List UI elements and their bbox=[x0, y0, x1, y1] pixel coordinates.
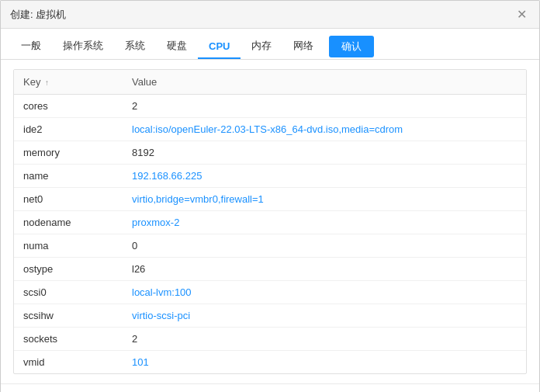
dialog-title: 创建: 虚拟机 bbox=[10, 8, 66, 22]
table-cell-value: 2 bbox=[123, 95, 526, 118]
tab-os[interactable]: 操作系统 bbox=[52, 33, 114, 60]
table-cell-value: 8192 bbox=[123, 141, 526, 165]
table-cell-key: numa bbox=[14, 234, 123, 258]
value-link[interactable]: 101 bbox=[132, 356, 149, 368]
value-link[interactable]: virtio,bridge=vmbr0,firewall=1 bbox=[132, 193, 264, 205]
title-bar: 创建: 虚拟机 ✕ bbox=[1, 1, 539, 29]
tab-confirm[interactable]: 确认 bbox=[329, 36, 374, 57]
table-cell-value[interactable]: virtio-scsi-pci bbox=[123, 304, 526, 328]
table-cell-value[interactable]: virtio,bridge=vmbr0,firewall=1 bbox=[123, 188, 526, 211]
table-row: memory8192 bbox=[14, 141, 526, 165]
table-cell-value[interactable]: local-lvm:100 bbox=[123, 281, 526, 304]
table-cell-value: 2 bbox=[123, 328, 526, 351]
table-cell-key: sockets bbox=[14, 328, 123, 351]
table-cell-key: nodename bbox=[14, 211, 123, 234]
value-link[interactable]: 192.168.66.225 bbox=[132, 170, 202, 182]
sort-icon: ↑ bbox=[45, 78, 49, 87]
table-row: numa0 bbox=[14, 234, 526, 258]
table-cell-value: l26 bbox=[123, 258, 526, 281]
table-row: sockets2 bbox=[14, 328, 526, 351]
tabs-bar: 一般 操作系统 系统 硬盘 CPU 内存 网络 确认 bbox=[1, 29, 539, 60]
table-row: ide2local:iso/openEuler-22.03-LTS-x86_64… bbox=[14, 118, 526, 141]
table-row: ostypel26 bbox=[14, 258, 526, 281]
close-button[interactable]: ✕ bbox=[514, 7, 530, 23]
table-cell-key: name bbox=[14, 165, 123, 188]
table-row: cores2 bbox=[14, 95, 526, 118]
table-cell-key: scsi0 bbox=[14, 281, 123, 304]
table-cell-key: ide2 bbox=[14, 118, 123, 141]
tab-system[interactable]: 系统 bbox=[114, 33, 156, 60]
tab-general[interactable]: 一般 bbox=[10, 33, 52, 60]
content-area: Key ↑ Value cores2ide2local:iso/openEule… bbox=[1, 60, 539, 383]
value-link[interactable]: virtio-scsi-pci bbox=[132, 310, 190, 321]
table-cell-key: ostype bbox=[14, 258, 123, 281]
table-cell-value[interactable]: local:iso/openEuler-22.03-LTS-x86_64-dvd… bbox=[123, 118, 526, 141]
table-cell-key: memory bbox=[14, 141, 123, 165]
value-link[interactable]: local-lvm:100 bbox=[132, 286, 192, 298]
table-row: net0virtio,bridge=vmbr0,firewall=1 bbox=[14, 188, 526, 211]
value-link[interactable]: local:iso/openEuler-22.03-LTS-x86_64-dvd… bbox=[132, 123, 403, 135]
tab-memory[interactable]: 内存 bbox=[241, 33, 282, 60]
table-cell-value[interactable]: 192.168.66.225 bbox=[123, 165, 526, 188]
table-cell-key: cores bbox=[14, 95, 123, 118]
table-cell-value: 0 bbox=[123, 234, 526, 258]
col-header-value: Value bbox=[123, 70, 526, 95]
config-table: Key ↑ Value cores2ide2local:iso/openEule… bbox=[14, 70, 526, 373]
table-row: name192.168.66.225 bbox=[14, 165, 526, 188]
col-header-key: Key ↑ bbox=[14, 70, 123, 95]
dialog-window: 创建: 虚拟机 ✕ 一般 操作系统 系统 硬盘 CPU 内存 网络 确认 Key… bbox=[0, 0, 540, 392]
table-cell-value[interactable]: proxmox-2 bbox=[123, 211, 526, 234]
table-cell-value[interactable]: 101 bbox=[123, 351, 526, 374]
table-row: scsihwvirtio-scsi-pci bbox=[14, 304, 526, 328]
value-link[interactable]: proxmox-2 bbox=[132, 217, 179, 228]
config-table-container: Key ↑ Value cores2ide2local:iso/openEule… bbox=[13, 69, 527, 374]
table-cell-key: vmid bbox=[14, 351, 123, 374]
footer-bar: 创建后启动 CSDN博客@ai15184626825 上一步 完成 bbox=[1, 383, 539, 392]
table-cell-key: net0 bbox=[14, 188, 123, 211]
tab-cpu[interactable]: CPU bbox=[198, 35, 241, 59]
tab-network[interactable]: 网络 bbox=[282, 33, 324, 60]
table-cell-key: scsihw bbox=[14, 304, 123, 328]
table-row: vmid101 bbox=[14, 351, 526, 374]
table-row: nodenameproxmox-2 bbox=[14, 211, 526, 234]
table-row: scsi0local-lvm:100 bbox=[14, 281, 526, 304]
tab-disk[interactable]: 硬盘 bbox=[156, 33, 198, 60]
